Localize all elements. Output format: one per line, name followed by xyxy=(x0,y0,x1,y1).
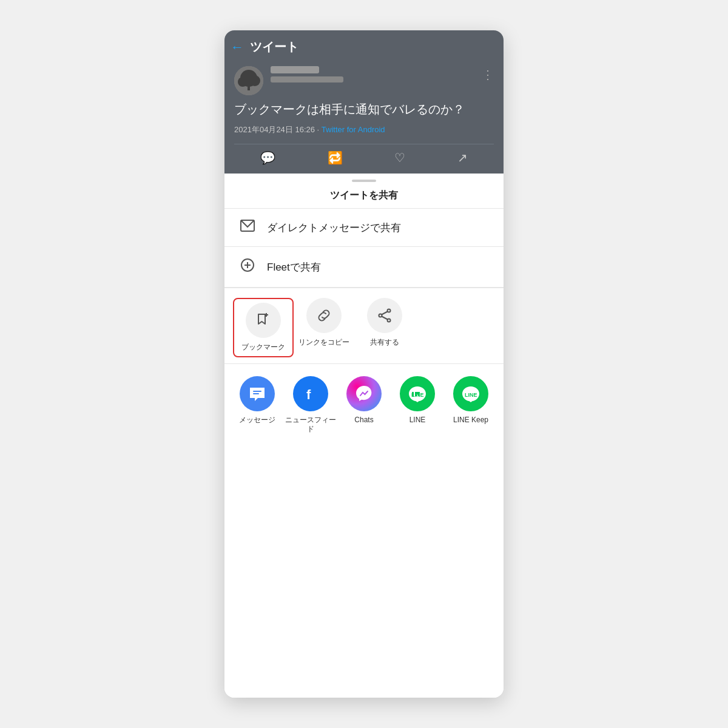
share-icon[interactable]: ↗ xyxy=(457,150,468,165)
svg-rect-16 xyxy=(253,391,261,392)
messages-icon xyxy=(240,376,275,411)
svg-point-3 xyxy=(238,77,248,87)
line-keep-label: LINE Keep xyxy=(453,416,488,425)
tweet-source-link[interactable]: Twitter for Android xyxy=(322,125,385,134)
page-title: ツイート xyxy=(250,39,298,55)
more-options-icon[interactable]: ⋮ xyxy=(482,67,494,82)
svg-rect-17 xyxy=(253,393,259,394)
app-line[interactable]: LINE LINE xyxy=(391,376,444,434)
svg-text:LINE: LINE xyxy=(465,392,477,398)
line-keep-icon: LINE xyxy=(453,376,488,411)
direct-message-icon xyxy=(239,220,256,235)
svg-text:LINE: LINE xyxy=(411,392,424,398)
copy-link-label: リンクをコピー xyxy=(298,337,349,348)
avatar xyxy=(234,66,263,95)
fleet-option[interactable]: Fleetで共有 xyxy=(224,247,504,288)
tweet-meta: 2021年04月24日 16:26 · Twitter for Android xyxy=(234,124,494,135)
messages-label: メッセージ xyxy=(239,416,275,425)
sheet-title: ツイートを共有 xyxy=(224,182,504,208)
app-messenger[interactable]: Chats xyxy=(337,376,391,434)
svg-point-11 xyxy=(388,309,391,312)
facebook-label: ニュースフィード xyxy=(284,416,337,434)
svg-point-13 xyxy=(379,314,382,317)
bookmark-label: ブックマーク xyxy=(241,342,285,352)
share-options-row: ブックマーク リンクをコピー xyxy=(224,288,504,363)
svg-point-12 xyxy=(388,319,391,322)
back-button[interactable]: ← xyxy=(231,39,244,55)
fleet-label: Fleetで共有 xyxy=(267,260,321,274)
reply-icon[interactable]: 💬 xyxy=(260,150,275,165)
line-label: LINE xyxy=(410,416,426,425)
bookmark-option[interactable]: ブックマーク xyxy=(233,298,294,357)
svg-text:f: f xyxy=(306,387,311,402)
tweet-actions-bar: 💬 🔁 ♡ ↗ xyxy=(234,144,494,174)
direct-message-option[interactable]: ダイレクトメッセージで共有 xyxy=(224,209,504,247)
share-external-icon xyxy=(367,298,402,333)
app-messages[interactable]: メッセージ xyxy=(231,376,284,434)
retweet-icon[interactable]: 🔁 xyxy=(328,150,343,165)
share-option[interactable]: 共有する xyxy=(354,298,415,357)
messenger-label: Chats xyxy=(354,416,373,425)
copy-link-option[interactable]: リンクをコピー xyxy=(294,298,354,357)
line-icon: LINE xyxy=(400,376,435,411)
direct-message-label: ダイレクトメッセージで共有 xyxy=(267,221,401,235)
app-facebook[interactable]: f ニュースフィード xyxy=(284,376,337,434)
share-bottom-sheet: ツイートを共有 ダイレクトメッセージで共有 Fleetで共 xyxy=(224,174,504,698)
facebook-icon: f xyxy=(293,376,328,411)
bookmark-icon xyxy=(246,303,281,338)
svg-line-14 xyxy=(382,312,388,315)
app-grid: メッセージ f ニュースフィード Chats xyxy=(224,364,504,440)
tweet-user-info xyxy=(271,66,474,83)
fleet-icon xyxy=(239,258,256,276)
svg-point-4 xyxy=(249,75,260,86)
messenger-icon xyxy=(346,376,382,411)
app-line-keep[interactable]: LINE LINE Keep xyxy=(444,376,497,434)
copy-link-icon xyxy=(306,298,342,333)
like-icon[interactable]: ♡ xyxy=(394,150,405,165)
tweet-text: ブックマークは相手に通知でバレるのか？ xyxy=(234,100,494,118)
svg-line-15 xyxy=(382,317,388,320)
share-label: 共有する xyxy=(370,337,399,348)
